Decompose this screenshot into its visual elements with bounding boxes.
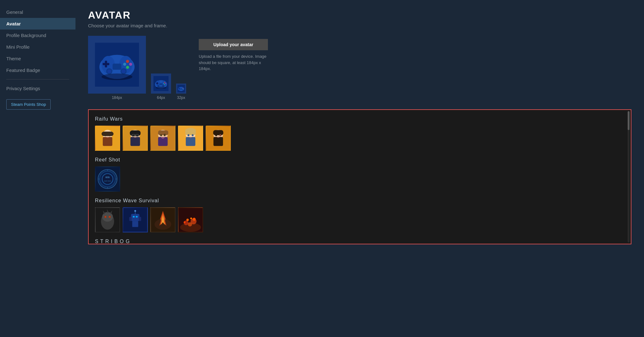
avatar-thumb-raifu-4[interactable] xyxy=(178,126,203,151)
svg-text:IOS: IOS xyxy=(105,176,109,179)
avatar-thumb-resilience-2[interactable] xyxy=(123,207,148,232)
svg-point-23 xyxy=(165,83,166,84)
svg-rect-46 xyxy=(102,132,114,136)
svg-rect-98 xyxy=(131,214,140,221)
svg-point-41 xyxy=(179,89,180,90)
gallery-section-title-stribog: S T R I B O G xyxy=(95,239,625,244)
svg-rect-74 xyxy=(213,130,223,135)
svg-point-62 xyxy=(160,134,162,136)
svg-rect-21 xyxy=(157,82,158,84)
svg-point-28 xyxy=(162,85,164,87)
svg-point-70 xyxy=(192,134,194,136)
svg-point-96 xyxy=(109,216,110,218)
avatar-label-64: 64px xyxy=(157,95,165,100)
sidebar-item-theme[interactable]: Theme xyxy=(0,53,75,64)
svg-point-75 xyxy=(215,134,217,136)
avatar-gallery[interactable]: Raifu Wars xyxy=(88,109,631,244)
svg-point-22 xyxy=(164,82,165,83)
sidebar: General Avatar Profile Background Mini P… xyxy=(0,0,75,337)
gallery-row-resilience xyxy=(95,207,625,232)
svg-point-47 xyxy=(105,134,107,136)
svg-point-42 xyxy=(182,89,183,90)
svg-rect-26 xyxy=(159,83,163,85)
svg-rect-45 xyxy=(103,137,112,146)
gallery-section-stribog: S T R I B O G xyxy=(95,239,625,244)
svg-point-39 xyxy=(183,89,183,90)
svg-rect-5 xyxy=(105,61,107,67)
gallery-section-raifu-wars: Raifu Wars xyxy=(95,116,625,151)
svg-text:reef shot: reef shot xyxy=(104,180,111,182)
gallery-section-title-raifu-wars: Raifu Wars xyxy=(95,116,625,122)
svg-point-38 xyxy=(182,88,183,89)
svg-rect-101 xyxy=(139,217,141,221)
svg-point-37 xyxy=(183,88,184,89)
avatar-sizes: 184px xyxy=(88,36,186,100)
avatar-label-184: 184px xyxy=(112,95,122,100)
svg-point-15 xyxy=(102,73,132,80)
sidebar-item-avatar[interactable]: Avatar xyxy=(0,18,75,30)
svg-point-36 xyxy=(183,88,183,88)
avatar-thumb-raifu-2[interactable] xyxy=(123,126,148,151)
gallery-section-resilience: Resilience Wave Survival xyxy=(95,198,625,232)
svg-point-14 xyxy=(122,69,126,73)
svg-rect-73 xyxy=(214,137,223,146)
svg-point-6 xyxy=(126,60,129,63)
sidebar-item-profile-background[interactable]: Profile Background xyxy=(0,30,75,41)
avatar-preview-small[interactable] xyxy=(176,84,186,94)
avatar-size-184: 184px xyxy=(88,36,146,100)
avatar-thumb-resilience-1[interactable] xyxy=(95,207,120,232)
svg-point-27 xyxy=(157,85,159,87)
avatar-size-32: 32px xyxy=(176,84,186,100)
avatar-thumb-raifu-1[interactable] xyxy=(95,126,120,151)
avatar-thumb-raifu-5[interactable] xyxy=(206,126,231,151)
svg-point-105 xyxy=(134,210,136,212)
svg-point-63 xyxy=(164,134,166,136)
page-title: AVATAR xyxy=(88,9,631,21)
svg-point-48 xyxy=(109,134,111,136)
svg-point-29 xyxy=(156,87,166,89)
svg-rect-102 xyxy=(133,216,135,218)
steam-points-shop-button[interactable]: Steam Points Shop xyxy=(6,99,51,110)
main-content: AVATAR Choose your avatar image and fram… xyxy=(75,0,644,337)
svg-point-25 xyxy=(164,84,165,85)
avatar-preview-large[interactable] xyxy=(88,36,146,94)
avatar-preview-medium[interactable] xyxy=(151,73,171,94)
svg-rect-99 xyxy=(132,221,138,227)
scrollbar-track xyxy=(628,111,630,242)
gallery-section-reef-shot: Reef Shot IOS reef shot xyxy=(95,157,625,192)
upload-area: Upload your avatar Upload a file from yo… xyxy=(199,39,268,72)
scrollbar-thumb[interactable] xyxy=(628,111,630,130)
avatar-thumb-resilience-3[interactable] xyxy=(150,207,175,232)
avatar-preview-area: 184px xyxy=(88,36,631,100)
sidebar-item-featured-badge[interactable]: Featured Badge xyxy=(0,64,75,76)
avatar-thumb-reef-1[interactable]: IOS reef shot xyxy=(95,166,120,192)
svg-point-116 xyxy=(186,219,189,221)
sidebar-item-mini-profile[interactable]: Mini Profile xyxy=(0,41,75,53)
avatar-thumb-raifu-3[interactable] xyxy=(150,126,175,151)
svg-point-119 xyxy=(184,221,186,223)
svg-point-68 xyxy=(185,128,196,133)
upload-description: Upload a file from your device. Image sh… xyxy=(199,53,268,72)
svg-point-8 xyxy=(123,63,126,66)
svg-point-7 xyxy=(129,63,132,66)
page-subtitle: Choose your avatar image and frame. xyxy=(88,23,631,28)
svg-rect-40 xyxy=(180,88,182,89)
svg-rect-100 xyxy=(129,217,132,221)
avatar-thumb-resilience-4[interactable] xyxy=(178,207,203,232)
svg-point-69 xyxy=(188,134,190,136)
sidebar-divider xyxy=(6,79,69,79)
svg-rect-66 xyxy=(186,137,195,146)
upload-avatar-button[interactable]: Upload your avatar xyxy=(199,39,268,50)
svg-rect-35 xyxy=(179,88,179,89)
svg-point-95 xyxy=(105,216,106,218)
sidebar-item-general[interactable]: General xyxy=(0,6,75,18)
svg-point-76 xyxy=(219,134,221,136)
svg-point-9 xyxy=(126,66,129,69)
svg-rect-61 xyxy=(158,130,168,135)
gallery-row-reef-shot: IOS reef shot xyxy=(95,166,625,192)
svg-point-115 xyxy=(188,222,192,226)
gallery-row-raifu-wars xyxy=(95,126,625,151)
svg-rect-51 xyxy=(130,137,140,146)
sidebar-item-privacy-settings[interactable]: Privacy Settings xyxy=(0,83,75,94)
gallery-section-title-resilience: Resilience Wave Survival xyxy=(95,198,625,204)
